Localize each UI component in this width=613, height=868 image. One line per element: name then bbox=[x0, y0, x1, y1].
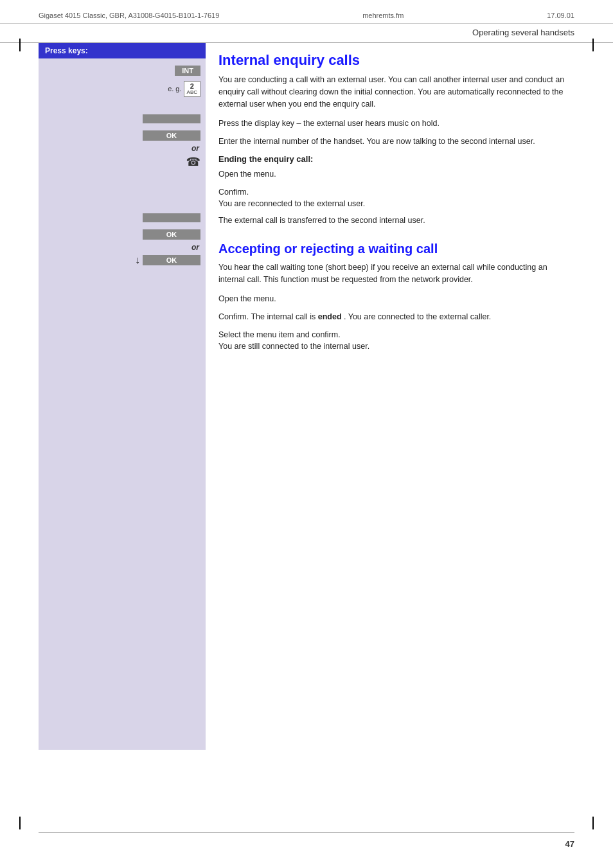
press-keys-header: Press keys: bbox=[39, 43, 206, 58]
ok-key-1[interactable]: OK bbox=[143, 130, 200, 141]
arrow-ok-row: ↓ OK bbox=[39, 252, 206, 269]
confirm-text: Confirm. You are reconnected to the exte… bbox=[218, 186, 365, 211]
num-key-2[interactable]: 2 ABC bbox=[184, 81, 200, 97]
header-left: Gigaset 4015 Classic, GBR, A31008-G4015-… bbox=[39, 12, 219, 19]
arrow-ok-desc-text: Select the menu item and confirm. You ar… bbox=[218, 329, 369, 353]
header-right: 17.09.01 bbox=[547, 12, 574, 19]
corner-mark-bl bbox=[19, 817, 21, 829]
confirm-text-row: Confirm. You are reconnected to the exte… bbox=[218, 184, 574, 211]
ok-key-2[interactable]: OK bbox=[143, 229, 200, 240]
int-key[interactable]: INT bbox=[175, 66, 200, 76]
phone-transfer-text: The external call is transferred to the … bbox=[218, 215, 425, 227]
phone-icon: ☎ bbox=[186, 155, 200, 169]
internal-enquiry-heading: Internal enquiry calls bbox=[218, 52, 574, 69]
confirm-text-2: Confirm. The internal call is ended . Yo… bbox=[218, 311, 491, 323]
ok-key-row-2: OK bbox=[39, 226, 206, 243]
menu-key-bar-2 bbox=[143, 213, 200, 222]
accepting-waiting-intro: You hear the call waiting tone (short be… bbox=[218, 261, 574, 286]
footer-line bbox=[39, 832, 574, 833]
int-key-desc-text: Press the display key – the external use… bbox=[218, 118, 440, 130]
page-wrapper: Gigaset 4015 Classic, GBR, A31008-G4015-… bbox=[0, 0, 613, 868]
spacer-2 bbox=[39, 171, 206, 209]
menu-key-bar bbox=[143, 114, 200, 123]
or-label-1: or bbox=[39, 144, 206, 153]
corner-mark-tr bbox=[592, 39, 594, 51]
keys-panel: Press keys: INT e. g. 2 ABC bbox=[39, 43, 206, 750]
corner-mark-br bbox=[592, 817, 594, 829]
open-menu-key-row bbox=[39, 111, 206, 127]
arrow-ok-desc-row: Select the menu item and confirm. You ar… bbox=[218, 327, 574, 353]
arrow-down-icon: ↓ bbox=[135, 254, 140, 266]
int-key-row: INT bbox=[39, 62, 206, 79]
open-menu-text-row-2: Open the menu. bbox=[218, 291, 574, 306]
page-number: 47 bbox=[565, 839, 574, 849]
section-title-bar: Operating several handsets bbox=[0, 24, 613, 43]
eg-key-row: e. g. 2 ABC bbox=[39, 79, 206, 99]
ok-key-row-1: OK bbox=[39, 127, 206, 144]
open-menu-key-row-2 bbox=[39, 209, 206, 226]
main-content: Press keys: INT e. g. 2 ABC bbox=[0, 43, 613, 750]
confirm-text-row-2: Confirm. The internal call is ended . Yo… bbox=[218, 309, 574, 324]
accepting-waiting-heading: Accepting or rejecting a waiting call bbox=[218, 241, 574, 256]
section-bar-title: Operating several handsets bbox=[472, 28, 574, 37]
page-header: Gigaset 4015 Classic, GBR, A31008-G4015-… bbox=[0, 0, 613, 24]
open-menu-text-row: Open the menu. bbox=[218, 166, 574, 182]
phone-icon-row: ☎ bbox=[39, 153, 206, 171]
corner-mark-tl bbox=[19, 39, 21, 51]
phone-transfer-row: The external call is transferred to the … bbox=[218, 213, 574, 228]
header-center: mehremts.fm bbox=[362, 12, 404, 19]
int-key-desc-row: Press the display key – the external use… bbox=[218, 116, 574, 131]
open-menu-text-2: Open the menu. bbox=[218, 293, 276, 305]
eg-label: e. g. 2 ABC bbox=[168, 81, 200, 97]
ok-key-3[interactable]: OK bbox=[143, 255, 200, 265]
text-panel: Internal enquiry calls You are conductin… bbox=[206, 43, 574, 750]
eg-key-desc-text: Enter the internal number of the handset… bbox=[218, 136, 535, 148]
or-label-2: or bbox=[39, 243, 206, 252]
internal-enquiry-intro: You are conducting a call with an extern… bbox=[218, 74, 574, 110]
eg-key-desc-row: Enter the internal number of the handset… bbox=[218, 134, 574, 149]
open-menu-text: Open the menu. bbox=[218, 168, 276, 181]
spacer-1 bbox=[39, 99, 206, 111]
ending-enquiry-subheading: Ending the enquiry call: bbox=[218, 154, 574, 164]
